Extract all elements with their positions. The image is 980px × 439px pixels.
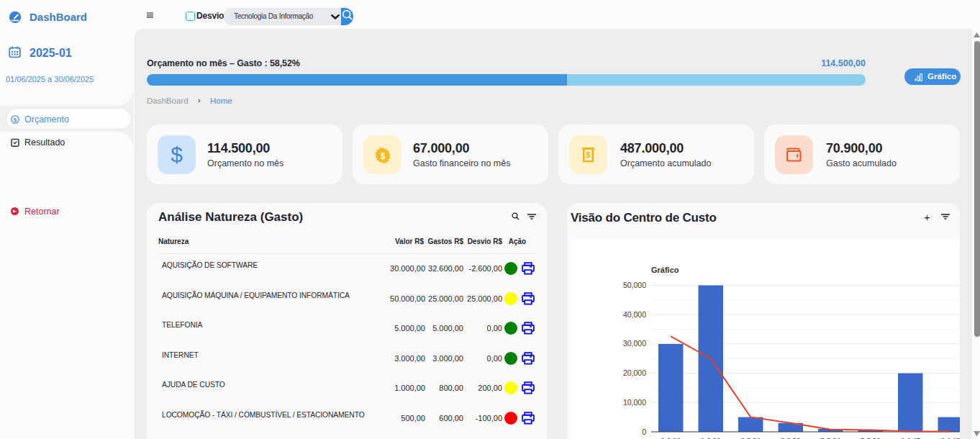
- svg-text:Gráfico: Gráfico: [651, 266, 679, 274]
- svg-text:30,000: 30,000: [623, 339, 646, 348]
- svg-text:$: $: [14, 117, 17, 123]
- svg-text:50,000: 50,000: [623, 281, 646, 289]
- svg-text:0: 0: [642, 427, 646, 436]
- svg-text:$: $: [381, 151, 386, 161]
- svg-text:40,000: 40,000: [623, 310, 646, 319]
- svg-text:$: $: [586, 150, 591, 159]
- svg-text:10,000: 10,000: [623, 398, 646, 407]
- svg-text:20,000: 20,000: [623, 368, 646, 377]
